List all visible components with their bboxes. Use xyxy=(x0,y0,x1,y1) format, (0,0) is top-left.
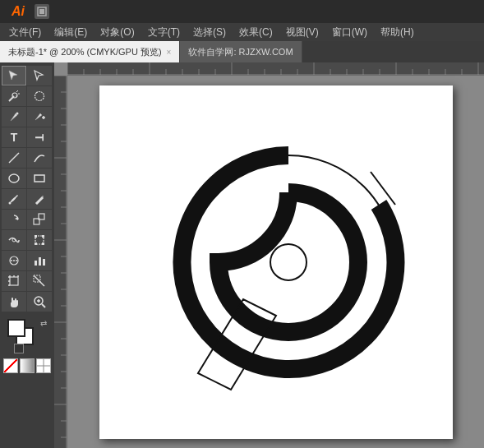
free-transform-tool[interactable] xyxy=(27,230,52,250)
tool-row-7 xyxy=(2,189,53,209)
svg-rect-21 xyxy=(35,242,37,245)
svg-rect-29 xyxy=(43,259,45,266)
svg-rect-22 xyxy=(42,242,44,245)
arc-tool[interactable] xyxy=(27,148,52,168)
svg-line-4 xyxy=(16,90,18,92)
menu-type[interactable]: 文字(T) xyxy=(142,24,186,41)
svg-line-40 xyxy=(42,304,45,307)
tool-row-12 xyxy=(2,292,53,312)
ruler-vertical xyxy=(54,76,67,448)
mesh-btn[interactable] xyxy=(36,358,51,373)
tab-active[interactable]: 未标题-1* @ 200% (CMYK/GPU 预览) × xyxy=(0,41,180,62)
svg-point-13 xyxy=(9,202,12,205)
svg-marker-14 xyxy=(15,217,18,220)
magic-wand-tool[interactable] xyxy=(2,86,26,106)
warp-tool[interactable] xyxy=(2,230,26,250)
line-tool[interactable] xyxy=(2,148,26,168)
rotate-tool[interactable] xyxy=(2,210,26,229)
svg-rect-12 xyxy=(35,175,44,182)
menu-file[interactable]: 文件(F) xyxy=(3,24,47,41)
gradient-btn[interactable] xyxy=(20,358,35,373)
menu-bar: 文件(F) 编辑(E) 对象(O) 文字(T) 选择(S) 效果(C) 视图(V… xyxy=(0,23,484,41)
tab-inactive[interactable]: 软件自学网: RJZXW.COM xyxy=(180,41,302,62)
hand-tool[interactable] xyxy=(2,292,26,312)
svg-point-108 xyxy=(270,244,307,280)
none-color-btn[interactable] xyxy=(3,358,18,373)
svg-rect-28 xyxy=(39,257,41,266)
tab-inactive-label: 软件自学网: RJZXW.COM xyxy=(188,46,293,58)
svg-line-10 xyxy=(9,153,19,163)
tool-row-6 xyxy=(2,169,53,188)
artboard-tool[interactable] xyxy=(2,271,26,291)
default-colors-btn[interactable] xyxy=(14,344,24,353)
tool-row-5 xyxy=(2,148,53,168)
svg-point-11 xyxy=(9,174,19,182)
fill-color-box[interactable] xyxy=(7,319,25,337)
tool-row-11 xyxy=(2,271,53,291)
select-tool[interactable] xyxy=(2,66,26,85)
menu-edit[interactable]: 编辑(E) xyxy=(48,24,93,41)
ai-logo: Ai xyxy=(7,2,30,21)
pen-tool[interactable] xyxy=(2,107,26,127)
svg-rect-1 xyxy=(39,9,44,14)
svg-rect-30 xyxy=(10,277,18,285)
column-graph-tool[interactable] xyxy=(27,251,52,270)
menu-window[interactable]: 窗口(W) xyxy=(326,24,373,41)
type-tool[interactable]: T xyxy=(2,127,26,147)
menu-view[interactable]: 视图(V) xyxy=(280,24,325,41)
menu-help[interactable]: 帮助(H) xyxy=(375,24,420,41)
direct-select-tool[interactable] xyxy=(27,66,52,85)
slice-tool[interactable] xyxy=(27,271,52,291)
toolbar: T T xyxy=(0,62,54,448)
main-area: T T xyxy=(0,62,484,448)
svg-line-37 xyxy=(35,276,44,286)
tab-active-label: 未标题-1* @ 200% (CMYK/GPU 预览) xyxy=(8,46,162,58)
swap-colors-btn[interactable]: ⇄ xyxy=(40,319,47,328)
tool-row-1 xyxy=(2,66,53,85)
canvas-paper xyxy=(99,85,453,439)
menu-object[interactable]: 对象(O) xyxy=(94,24,140,41)
svg-rect-20 xyxy=(42,235,44,238)
tab-bar: 未标题-1* @ 200% (CMYK/GPU 预览) × 软件自学网: RJZ… xyxy=(0,41,484,62)
add-anchor-tool[interactable] xyxy=(27,107,52,127)
canvas-area: // ruler ticks generated in JS below xyxy=(54,62,484,448)
tab-close-btn[interactable]: × xyxy=(167,48,172,57)
ruler-horizontal: // ruler ticks generated in JS below xyxy=(67,62,484,76)
tool-row-2 xyxy=(2,86,53,106)
tool-row-10 xyxy=(2,251,53,270)
ellipse-tool[interactable] xyxy=(2,169,26,188)
title-icon xyxy=(35,4,49,19)
svg-point-7 xyxy=(16,113,19,115)
symbol-tool[interactable] xyxy=(2,251,26,270)
rect-tool[interactable] xyxy=(27,169,52,188)
paintbrush-tool[interactable] xyxy=(2,189,26,209)
zoom-tool[interactable] xyxy=(27,292,52,312)
svg-rect-19 xyxy=(35,235,37,238)
svg-point-26 xyxy=(16,260,17,261)
color-area: ⇄ xyxy=(2,316,53,375)
menu-select[interactable]: 选择(S) xyxy=(187,24,232,41)
tool-row-8 xyxy=(2,210,53,229)
tool-row-9 xyxy=(2,230,53,250)
svg-rect-27 xyxy=(35,261,37,266)
tool-row-3 xyxy=(2,107,53,127)
svg-point-25 xyxy=(13,260,15,261)
lasso-tool[interactable] xyxy=(27,86,52,106)
svg-point-24 xyxy=(11,260,12,261)
scale-tool[interactable] xyxy=(27,210,52,229)
title-bar: Ai xyxy=(0,0,484,23)
menu-effect[interactable]: 效果(C) xyxy=(233,24,279,41)
pencil-tool[interactable] xyxy=(27,189,52,209)
tool-row-4: T T xyxy=(2,127,53,147)
vertical-type-tool[interactable]: T xyxy=(27,127,52,147)
